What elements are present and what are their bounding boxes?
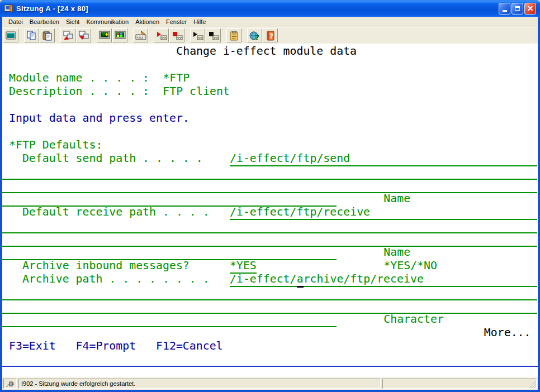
terminal-row bbox=[2, 165, 538, 179]
terminal-row: More... bbox=[2, 326, 538, 340]
menu-item-kommunikation[interactable]: Kommunikation bbox=[83, 18, 132, 26]
terminal-row: Archive inbound messages?*YES*YES/*NO bbox=[2, 259, 538, 273]
input-field[interactable] bbox=[2, 192, 337, 207]
toolbar-separator bbox=[92, 35, 97, 36]
input-field[interactable]: /i-effect/ftp/send bbox=[230, 152, 537, 166]
terminal-text: Default receive path . . . . bbox=[22, 205, 210, 219]
record-macro-icon bbox=[156, 31, 167, 41]
maximize-button[interactable] bbox=[511, 3, 523, 15]
input-field[interactable] bbox=[2, 299, 537, 314]
input-field[interactable] bbox=[2, 232, 537, 247]
menu-item-fenster[interactable]: Fenster bbox=[163, 18, 190, 26]
terminal-row: Description . . . . :FTP client bbox=[2, 85, 538, 98]
window-frame: Sitzung A - [24 x 80] ✕ DateiBearbeitenS… bbox=[0, 0, 540, 392]
input-field[interactable]: /i-effect/ftp/receive bbox=[230, 205, 537, 220]
menu-item-bearbeiten[interactable]: Bearbeiten bbox=[26, 18, 63, 26]
window-controls: ✕ bbox=[499, 3, 536, 15]
close-icon: ✕ bbox=[527, 4, 534, 13]
input-field[interactable] bbox=[2, 313, 337, 327]
stop-record-button[interactable] bbox=[169, 28, 184, 42]
toolbar: ?? bbox=[2, 27, 538, 44]
input-field[interactable] bbox=[2, 179, 537, 193]
terminal-row: Input data and press enter. bbox=[2, 112, 538, 125]
text-cursor[interactable]: a bbox=[297, 273, 304, 288]
color-setup-button[interactable] bbox=[112, 28, 127, 42]
paste-button[interactable] bbox=[40, 28, 55, 42]
help-button[interactable]: ? bbox=[263, 28, 278, 42]
minimize-icon bbox=[503, 10, 507, 12]
terminal-screen[interactable]: Change i-effect module dataModule name .… bbox=[2, 44, 538, 377]
color-setup-icon bbox=[115, 31, 126, 41]
input-field[interactable] bbox=[2, 286, 537, 300]
terminal-row: Character bbox=[2, 313, 538, 326]
receive-file-button[interactable] bbox=[76, 28, 91, 42]
terminal-row: Change i-effect module data bbox=[2, 45, 538, 58]
toolbar-separator bbox=[149, 35, 154, 36]
stop-macro-button[interactable] bbox=[206, 28, 221, 42]
connection-icon bbox=[3, 379, 17, 389]
terminal-text: *FTP Defaults: bbox=[9, 138, 102, 152]
terminal-text: FTP client bbox=[163, 85, 230, 98]
title-bar[interactable]: Sitzung A - [24 x 80] ✕ bbox=[0, 0, 540, 17]
toolbar-separator bbox=[221, 35, 226, 36]
terminal-grid: Change i-effect module dataModule name .… bbox=[2, 45, 538, 366]
menu-bar: DateiBearbeitenSichtKommunikationAktione… bbox=[2, 17, 538, 27]
terminal-text: F3=Exit F4=Prompt F12=Cancel bbox=[9, 340, 223, 353]
terminal-row: Default receive path . . . ./i-effect/ft… bbox=[2, 205, 538, 219]
stop-record-icon bbox=[172, 31, 183, 41]
input-field[interactable] bbox=[2, 246, 337, 260]
display-setup-icon bbox=[99, 31, 110, 41]
app-icon[interactable] bbox=[4, 4, 13, 13]
input-field[interactable] bbox=[2, 219, 537, 233]
terminal-row bbox=[2, 286, 538, 299]
resize-grip[interactable] bbox=[529, 381, 537, 389]
terminal-text: *YES/*NO bbox=[383, 259, 437, 273]
keyboard-setup-button[interactable] bbox=[133, 28, 148, 42]
record-macro-button[interactable] bbox=[154, 28, 169, 42]
menu-item-aktionen[interactable]: Aktionen bbox=[132, 18, 163, 26]
terminal-text: More... bbox=[484, 326, 531, 340]
terminal-row: Module name . . . . :*FTP bbox=[2, 71, 538, 85]
play-macro-button[interactable] bbox=[190, 28, 205, 42]
status-panel-right bbox=[382, 379, 537, 389]
play-macro-icon bbox=[192, 31, 203, 41]
copy-icon bbox=[26, 31, 37, 41]
input-field[interactable]: /i-effect/ bbox=[230, 273, 297, 287]
terminal-text: Description . . . . : bbox=[9, 85, 149, 98]
terminal-row: F3=Exit F4=Prompt F12=Cancel bbox=[2, 340, 538, 353]
stop-macro-icon bbox=[208, 31, 219, 41]
input-field[interactable]: rchive/ftp/receive bbox=[304, 273, 537, 287]
status-bar: I902 - Sitzung wurde erfolgreich gestart… bbox=[2, 377, 538, 390]
menu-item-sicht[interactable]: Sicht bbox=[63, 18, 83, 26]
send-file-button[interactable] bbox=[60, 28, 75, 42]
toolbar-separator bbox=[185, 35, 190, 36]
help-icon: ? bbox=[265, 31, 276, 41]
copy-button[interactable] bbox=[24, 28, 39, 42]
web-help-button[interactable]: ? bbox=[247, 28, 262, 42]
input-field[interactable]: *YES bbox=[230, 259, 257, 274]
terminal-text: Input data and press enter. bbox=[9, 112, 190, 125]
web-help-icon: ? bbox=[249, 31, 260, 41]
svg-text:?: ? bbox=[255, 33, 259, 41]
display-setup-button[interactable] bbox=[97, 28, 112, 42]
terminal-text: Archive path . . . . . . . . bbox=[22, 273, 210, 286]
receive-file-icon bbox=[78, 31, 89, 41]
clipboard-icon bbox=[229, 31, 240, 41]
terminal-row: *FTP Defaults: bbox=[2, 138, 538, 152]
minimize-button[interactable] bbox=[499, 3, 510, 15]
input-field[interactable] bbox=[2, 165, 537, 180]
session-new-button[interactable] bbox=[3, 28, 18, 42]
svg-text:?: ? bbox=[269, 32, 273, 40]
menu-item-datei[interactable]: Datei bbox=[5, 18, 26, 26]
terminal-text: Module name . . . . : bbox=[9, 71, 149, 85]
terminal-text: *FTP bbox=[163, 71, 190, 85]
terminal-text: Change i-effect module data bbox=[176, 45, 357, 58]
terminal-text: Default send path . . . . . bbox=[22, 152, 203, 165]
clipboard-button[interactable] bbox=[226, 28, 241, 42]
send-file-icon bbox=[63, 31, 74, 41]
terminal-row: Name bbox=[2, 246, 538, 259]
menu-item-hilfe[interactable]: Hilfe bbox=[190, 18, 209, 26]
terminal-row: Default send path . . . . ./i-effect/ftp… bbox=[2, 152, 538, 165]
close-button[interactable]: ✕ bbox=[524, 3, 536, 15]
terminal-text: Archive inbound messages? bbox=[22, 259, 190, 273]
